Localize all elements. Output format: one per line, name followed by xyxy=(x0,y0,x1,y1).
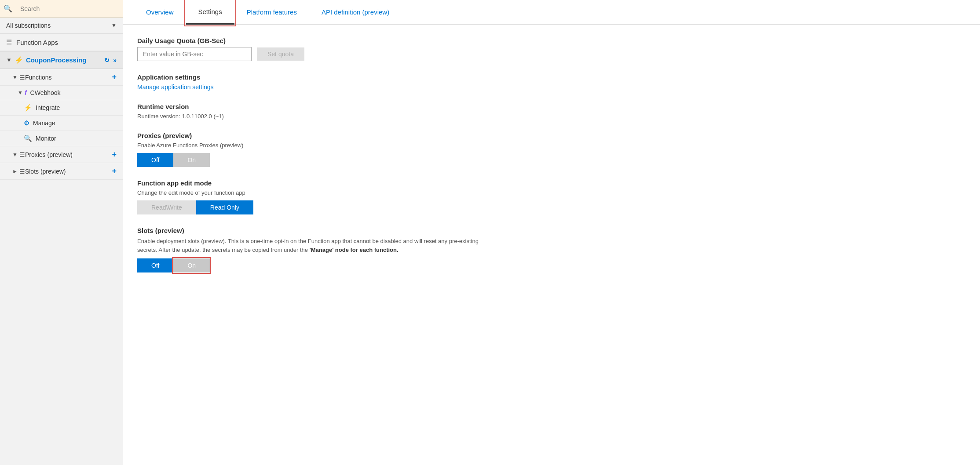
subscriptions-dropdown[interactable]: All subscriptions ▼ xyxy=(0,18,123,34)
read-only-button[interactable]: Read Only xyxy=(196,200,253,214)
main-content: Overview Settings Platform features API … xyxy=(123,0,980,465)
slots-desc: Enable deployment slots (preview). This … xyxy=(137,237,480,254)
slots-label: Slots (preview) xyxy=(25,168,66,175)
sidebar-item-slots[interactable]: ► ☰ Slots (preview) + xyxy=(0,163,123,180)
read-write-button[interactable]: Read\Write xyxy=(137,200,196,214)
expand-slots-icon: ► xyxy=(12,168,18,174)
proxies-label: Proxies (preview) xyxy=(25,151,73,158)
list-icon: ☰ xyxy=(6,38,12,46)
integrate-label: Integrate xyxy=(36,104,60,111)
expand-arrow-icon: ▼ xyxy=(6,57,12,63)
slots-section: Slots (preview) Enable deployment slots … xyxy=(137,227,505,272)
list-slots-icon: ☰ xyxy=(19,168,25,175)
app-settings-title: Application settings xyxy=(137,73,505,81)
sidebar: 🔍 All subscriptions ▼ ☰ Function Apps ▼ … xyxy=(0,0,123,465)
monitor-label: Monitor xyxy=(36,135,56,142)
slots-toggle-group: Off On xyxy=(137,258,505,272)
proxies-off-button[interactable]: Off xyxy=(137,153,173,167)
slots-off-button[interactable]: Off xyxy=(137,258,173,272)
proxies-desc: Enable Azure Functions Proxies (preview) xyxy=(137,142,505,149)
sidebar-coupon-processing[interactable]: ▼ ⚡ CouponProcessing ↻ » xyxy=(0,51,123,69)
manage-label: Manage xyxy=(33,120,55,127)
edit-mode-toggle-group: Read\Write Read Only xyxy=(137,200,505,214)
tab-api-definition[interactable]: API definition (preview) xyxy=(309,0,402,25)
set-quota-button[interactable]: Set quota xyxy=(257,47,304,61)
chevron-down-icon: ▼ xyxy=(111,22,117,29)
edit-mode-section: Function app edit mode Change the edit m… xyxy=(137,179,505,214)
cwebhook-label: CWebhook xyxy=(30,89,61,96)
manage-app-settings-link[interactable]: Manage application settings xyxy=(137,84,214,91)
app-settings-section: Application settings Manage application … xyxy=(137,73,505,91)
function-icon: f xyxy=(25,89,27,96)
sidebar-item-function-apps[interactable]: ☰ Function Apps xyxy=(0,34,123,51)
subscriptions-label: All subscriptions xyxy=(6,22,51,29)
sidebar-item-manage[interactable]: ⚙ Manage xyxy=(0,116,123,131)
sidebar-item-functions[interactable]: ▼ ☰ Functions + xyxy=(0,69,123,86)
search-input[interactable] xyxy=(16,3,123,15)
expand-cwebhook-icon: ▼ xyxy=(18,90,23,96)
edit-mode-desc: Change the edit mode of your function ap… xyxy=(137,189,505,196)
refresh-icon[interactable]: ↻ xyxy=(104,57,110,64)
add-proxy-button[interactable]: + xyxy=(112,150,117,159)
sidebar-item-integrate[interactable]: ⚡ Integrate xyxy=(0,100,123,116)
bolt-icon: ⚡ xyxy=(15,56,23,64)
runtime-section: Runtime version Runtime version: 1.0.110… xyxy=(137,103,505,120)
expand-icon[interactable]: » xyxy=(113,57,117,64)
list-proxies-icon: ☰ xyxy=(19,151,25,158)
quota-input[interactable] xyxy=(137,47,252,61)
expand-proxies-icon: ▼ xyxy=(12,152,18,158)
quota-title: Daily Usage Quota (GB-Sec) xyxy=(137,37,505,44)
slots-desc-text: Enable deployment slots (preview). This … xyxy=(137,238,479,253)
slots-title: Slots (preview) xyxy=(137,227,505,234)
quota-section: Daily Usage Quota (GB-Sec) Set quota xyxy=(137,37,505,61)
slots-on-button[interactable]: On xyxy=(173,258,210,272)
proxies-section: Proxies (preview) Enable Azure Functions… xyxy=(137,132,505,167)
proxies-on-button[interactable]: On xyxy=(173,153,210,167)
tab-overview[interactable]: Overview xyxy=(134,0,186,25)
runtime-version-text: Runtime version: 1.0.11002.0 (~1) xyxy=(137,113,505,120)
quota-row: Set quota xyxy=(137,47,505,61)
add-function-button[interactable]: + xyxy=(112,73,117,82)
search-icon: 🔍 xyxy=(0,0,16,17)
runtime-title: Runtime version xyxy=(137,103,505,110)
tab-platform-features[interactable]: Platform features xyxy=(234,0,309,25)
edit-mode-title: Function app edit mode xyxy=(137,179,505,187)
coupon-processing-label: CouponProcessing xyxy=(26,56,87,64)
search-row: 🔍 xyxy=(0,0,123,18)
bolt-integrate-icon: ⚡ xyxy=(24,104,32,112)
expand-functions-icon: ▼ xyxy=(12,74,18,80)
add-slot-button[interactable]: + xyxy=(112,167,117,176)
sidebar-item-proxies[interactable]: ▼ ☰ Proxies (preview) + xyxy=(0,146,123,163)
functions-label: Functions xyxy=(25,74,52,81)
proxies-toggle-group: Off On xyxy=(137,153,505,167)
monitor-icon: 🔍 xyxy=(24,134,32,142)
tab-bar: Overview Settings Platform features API … xyxy=(123,0,980,25)
sidebar-item-monitor[interactable]: 🔍 Monitor xyxy=(0,131,123,146)
slots-desc-bold: 'Manage' node for each function. xyxy=(310,247,399,253)
header-actions: ↻ » xyxy=(104,57,117,64)
proxies-title: Proxies (preview) xyxy=(137,132,505,139)
sidebar-item-cwebhook[interactable]: ▼ f CWebhook xyxy=(0,86,123,100)
tab-settings[interactable]: Settings xyxy=(186,0,234,25)
gear-icon: ⚙ xyxy=(24,119,29,127)
list-functions-icon: ☰ xyxy=(19,74,25,81)
function-apps-label: Function Apps xyxy=(16,39,58,46)
settings-content: Daily Usage Quota (GB-Sec) Set quota App… xyxy=(123,25,519,297)
